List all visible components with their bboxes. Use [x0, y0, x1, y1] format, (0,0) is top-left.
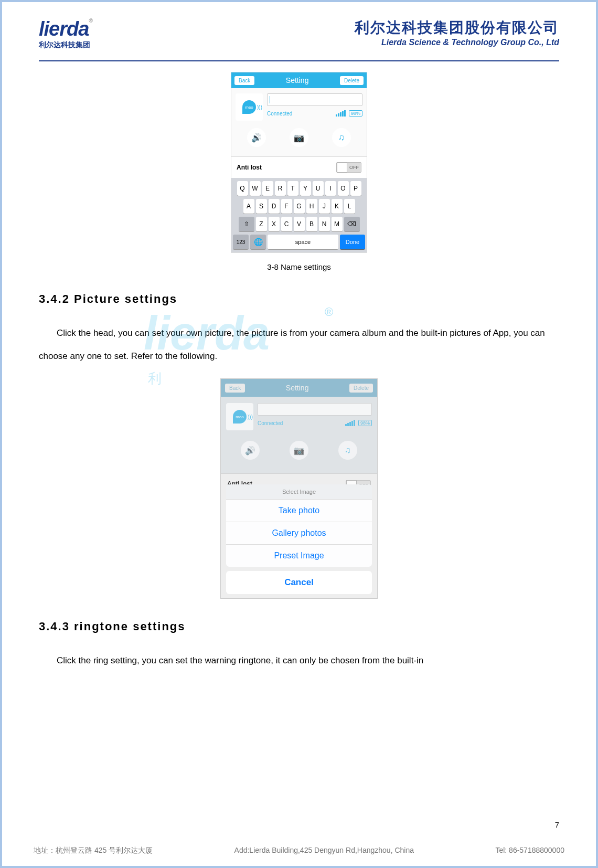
avatar-2[interactable]: meo: [226, 403, 253, 430]
key-i[interactable]: I: [325, 181, 336, 196]
key-j[interactable]: J: [319, 199, 330, 214]
connected-label: Connected: [267, 111, 292, 117]
key-p[interactable]: P: [350, 181, 361, 196]
camera-icon-2: 📷: [290, 441, 308, 460]
cancel-button[interactable]: Cancel: [226, 571, 372, 594]
key-a[interactable]: A: [243, 199, 254, 214]
battery-indicator-2: 98%: [358, 420, 372, 426]
key-m[interactable]: M: [332, 217, 343, 231]
screenshot-picture-settings: Back Setting Delete meo Connected: [220, 378, 378, 599]
key-b[interactable]: B: [306, 217, 317, 231]
delete-button[interactable]: Delete: [340, 76, 364, 85]
key-f[interactable]: F: [281, 199, 292, 214]
key-x[interactable]: X: [269, 217, 280, 231]
key-s[interactable]: S: [256, 199, 267, 214]
key-w[interactable]: W: [250, 181, 261, 196]
music-icon-2: ♫: [338, 441, 357, 460]
trademark: ®: [89, 18, 92, 24]
key-q[interactable]: Q: [237, 181, 248, 196]
name-input[interactable]: [267, 93, 362, 106]
company-cn: 利尔达科技集团股份有限公司: [355, 18, 559, 38]
key-y[interactable]: Y: [300, 181, 311, 196]
preset-image-option[interactable]: Preset Image: [226, 545, 372, 567]
sheet-title: Select Image: [226, 484, 372, 500]
key-k[interactable]: K: [332, 199, 343, 214]
key-h[interactable]: H: [306, 199, 317, 214]
name-input-2: [258, 403, 372, 416]
key-c[interactable]: C: [281, 217, 292, 231]
footer-address-en: Add:Lierda Building,425 Dengyun Rd,Hangz…: [234, 846, 414, 855]
key-g[interactable]: G: [294, 199, 305, 214]
section-title-ringtone: 3.4.3 ringtone settings: [39, 620, 559, 633]
backspace-key[interactable]: ⌫: [344, 217, 360, 231]
key-z[interactable]: Z: [256, 217, 267, 231]
key-o[interactable]: O: [338, 181, 349, 196]
key-n[interactable]: N: [319, 217, 330, 231]
footer-address-cn: 地址：杭州登云路 425 号利尔达大厦: [34, 846, 153, 855]
take-photo-option[interactable]: Take photo: [226, 500, 372, 522]
header-divider: [39, 60, 559, 61]
action-sheet: Select Image Take photo Gallery photos P…: [226, 484, 372, 594]
connected-label-2: Connected: [258, 420, 283, 426]
globe-key[interactable]: 🌐: [250, 235, 266, 249]
shift-key[interactable]: ⇧: [239, 217, 254, 231]
key-t[interactable]: T: [287, 181, 298, 196]
camera-icon[interactable]: 📷: [290, 128, 308, 147]
delete-button-2[interactable]: Delete: [349, 384, 373, 393]
key-e[interactable]: E: [262, 181, 273, 196]
numbers-key[interactable]: 123: [233, 235, 249, 249]
avatar-icon: meo: [242, 100, 256, 114]
avatar-icon-2: meo: [233, 410, 247, 424]
key-r[interactable]: R: [275, 181, 286, 196]
footer: 地址：杭州登云路 425 号利尔达大厦 Add:Lierda Building,…: [2, 846, 596, 855]
sound-icon[interactable]: 🔊: [247, 128, 266, 147]
signal-icon-2: [345, 420, 355, 426]
keyboard: QWERTYUIOP ASDFGHJKL ⇧ ZXCVBNM ⌫ 123 🌐 s…: [231, 178, 367, 252]
done-key[interactable]: Done: [340, 235, 365, 249]
avatar[interactable]: meo: [236, 93, 263, 121]
footer-tel: Tel: 86-57188800000: [495, 846, 564, 855]
company-en: Lierda Science & Technology Group Co., L…: [355, 38, 559, 47]
section-body-picture: Click the head, you can set your own pic…: [39, 322, 559, 368]
signal-icon: [336, 110, 346, 117]
screenshot-name-settings: Back Setting Delete meo Connected 98%: [231, 72, 367, 253]
watermark-sub: 利: [148, 369, 164, 388]
page-header: lierda® 利尔达科技集团 利尔达科技集团股份有限公司 Lierda Sci…: [39, 18, 559, 50]
watermark-r: ®: [325, 305, 333, 319]
key-u[interactable]: U: [313, 181, 324, 196]
logo-left: lierda® 利尔达科技集团: [39, 18, 93, 50]
sound-icon-2: 🔊: [241, 441, 260, 460]
key-v[interactable]: V: [294, 217, 305, 231]
screen-title-2: Setting: [286, 384, 309, 392]
page-number: 7: [555, 820, 559, 829]
back-button[interactable]: Back: [234, 76, 254, 85]
key-d[interactable]: D: [269, 199, 280, 214]
battery-indicator: 98%: [349, 110, 362, 117]
antilost-toggle[interactable]: OFF: [336, 162, 361, 173]
section-body-ringtone: Click the ring setting, you can set the …: [39, 649, 559, 672]
space-key[interactable]: space: [268, 235, 338, 249]
figure-caption-1: 3-8 Name settings: [39, 262, 559, 271]
back-button-2[interactable]: Back: [225, 384, 245, 393]
logo-subtitle: 利尔达科技集团: [39, 40, 93, 50]
music-icon[interactable]: ♫: [332, 128, 351, 147]
app-header: Back Setting Delete: [231, 72, 367, 88]
screen-title: Setting: [286, 76, 309, 84]
key-l[interactable]: L: [344, 199, 355, 214]
gallery-photos-option[interactable]: Gallery photos: [226, 522, 372, 545]
logo-text: lierda: [39, 18, 89, 40]
section-title-picture: 3.4.2 Picture settings: [39, 292, 559, 306]
antilost-label: Anti lost: [237, 164, 262, 171]
company-name: 利尔达科技集团股份有限公司 Lierda Science & Technolog…: [355, 18, 559, 47]
